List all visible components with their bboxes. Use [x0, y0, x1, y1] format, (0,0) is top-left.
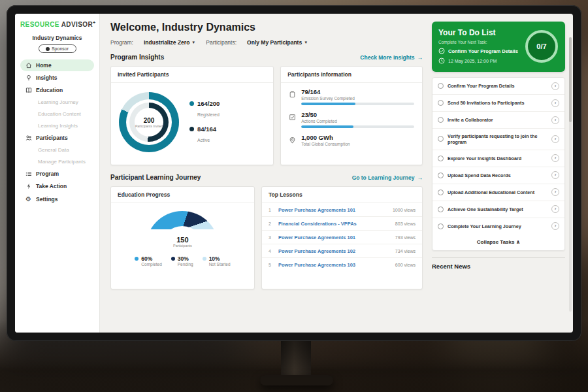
resource-advisor-dashboard: RESOURCE ADVISOR+ Industry Dynamics Spon…	[15, 14, 573, 333]
sponsor-icon	[46, 47, 50, 51]
lesson-row: 1 Power Purchase Agreements 101 1000 vie…	[262, 203, 422, 217]
chevron-right-icon[interactable]: ›	[551, 154, 559, 162]
lesson-rank: 1	[269, 208, 274, 212]
gauge-center-value: 150	[176, 237, 188, 244]
pin-icon	[289, 134, 296, 148]
lesson-link[interactable]: Power Purchase Agreements 103	[278, 262, 391, 268]
task-row-explore-insights[interactable]: Explore Your Insights Dashboard ›	[433, 150, 564, 167]
chevron-right-icon[interactable]: ›	[551, 82, 559, 90]
scrollbar[interactable]	[569, 37, 572, 312]
main-content: Welcome, Industry Dynamics Program: Indu…	[100, 14, 431, 333]
lesson-link[interactable]: Power Purchase Agreements 101	[278, 207, 388, 213]
task-row-complete-learning-journey[interactable]: Complete Your Learning Journey ›	[433, 218, 564, 235]
participants-filter-select[interactable]: Only My Participants ▼	[247, 39, 308, 46]
chevron-right-icon[interactable]: ›	[551, 222, 559, 230]
org-name: Industry Dynamics	[20, 35, 94, 41]
actions-completed-stat: 23/50 Actions Completed	[289, 111, 414, 128]
card-title: Top Lessons	[262, 187, 422, 203]
sidebar-item-education-content[interactable]: Education Content	[20, 108, 94, 120]
task-checkbox[interactable]	[438, 189, 444, 195]
program-insights-header: Program Insights Check More Insights →	[110, 54, 423, 61]
legend-pending: 30% Pending	[171, 255, 193, 267]
task-row-upload-spend-data[interactable]: Upload Spend Data Records ›	[433, 167, 564, 184]
todo-next-date: 12 May 2025, 12:00 PM	[438, 57, 519, 64]
chevron-right-icon[interactable]: ›	[551, 99, 559, 107]
lesson-link[interactable]: Power Purchase Agreements 101	[278, 235, 391, 240]
sidebar-item-label: Settings	[36, 196, 58, 203]
sidebar-item-general-data[interactable]: General Data	[20, 144, 94, 155]
legend-label: Not Started	[209, 262, 231, 267]
collapse-tasks-button[interactable]: Collapse Tasks ∧	[433, 235, 564, 250]
sidebar-item-participants[interactable]: Participants	[20, 132, 94, 144]
task-row-upload-educational-content[interactable]: Upload Additional Educational Content ›	[433, 184, 564, 201]
chevron-right-icon[interactable]: ›	[551, 188, 559, 196]
stat-label: Actions Completed	[301, 119, 414, 123]
scrollbar-thumb[interactable]	[569, 37, 572, 122]
list-icon	[25, 171, 32, 177]
task-row-confirm-program[interactable]: Confirm Your Program Details ›	[433, 78, 564, 95]
chevron-right-icon[interactable]: ›	[551, 135, 559, 143]
sidebar-item-home[interactable]: Home	[20, 59, 94, 71]
card-title: Invited Participants	[111, 67, 273, 83]
legend-label: Completed	[141, 262, 161, 267]
program-insights-cards: Invited Participants 200 Participants In…	[110, 66, 423, 165]
sidebar-item-education[interactable]: Education	[20, 84, 94, 96]
top-lessons-card: Top Lessons 1 Power Purchase Agreements …	[261, 186, 423, 289]
learning-journey-header: Participant Learning Journey Go to Learn…	[110, 174, 423, 181]
task-checkbox[interactable]	[438, 172, 444, 178]
gear-icon: ⚙	[25, 195, 32, 203]
task-label: Upload Additional Educational Content	[448, 189, 547, 195]
todo-subtitle: Complete Your Next Task:	[438, 40, 519, 44]
program-filter-select[interactable]: Industrialize Zero ▼	[144, 39, 195, 46]
gauge-legend: 60% Completed 30% Pending 10% Not Starte…	[135, 255, 230, 267]
task-checkbox[interactable]	[438, 136, 444, 142]
lesson-views: 734 views	[395, 249, 416, 253]
lesson-views: 803 views	[395, 221, 416, 226]
book-icon	[25, 87, 32, 93]
task-row-send-invitations[interactable]: Send 50 Invitations to Participants ›	[433, 95, 564, 112]
task-checkbox[interactable]	[438, 206, 444, 212]
sidebar-item-learning-insights[interactable]: Learning Insights	[20, 120, 94, 131]
legend-value: 84/164	[197, 125, 216, 133]
lightning-icon	[25, 183, 32, 189]
participants-filter-value: Only My Participants	[247, 39, 302, 46]
legend-dot	[171, 257, 175, 261]
sidebar-item-take-action[interactable]: Take Action	[20, 180, 94, 192]
brand-name-dark: ADVISOR	[61, 21, 93, 28]
sidebar-item-learning-journey[interactable]: Learning Journey	[20, 97, 94, 108]
task-checkbox[interactable]	[438, 83, 444, 89]
task-checkbox[interactable]	[438, 117, 444, 123]
task-row-invite-collaborator[interactable]: Invite a Collaborator ›	[433, 112, 564, 129]
sponsor-badge[interactable]: Sponsor	[39, 44, 76, 53]
task-checkbox[interactable]	[438, 223, 444, 229]
check-more-insights-link[interactable]: Check More Insights →	[360, 54, 423, 61]
sidebar-item-insights[interactable]: Insights	[20, 72, 94, 84]
task-label: Complete Your Learning Journey	[448, 223, 547, 229]
sidebar-item-label: Take Action	[36, 183, 67, 189]
sidebar-item-settings[interactable]: ⚙ Settings	[20, 193, 94, 205]
task-checkbox[interactable]	[438, 155, 444, 161]
go-to-learning-journey-link[interactable]: Go to Learning Journey →	[352, 174, 423, 181]
lesson-rank: 4	[269, 249, 274, 253]
donut-inner-ring: 200 Participants Invited	[129, 103, 169, 142]
chevron-right-icon[interactable]: ›	[551, 116, 559, 124]
chevron-right-icon[interactable]: ›	[551, 205, 559, 213]
task-label: Invite a Collaborator	[448, 117, 547, 123]
legend-value: 30%	[178, 255, 189, 262]
check-circle-icon	[438, 48, 445, 54]
stat-value: 23/50	[301, 111, 414, 118]
task-row-verify-participants[interactable]: Verify participants requesting to join t…	[433, 129, 564, 150]
chevron-right-icon[interactable]: ›	[551, 171, 559, 179]
lesson-link[interactable]: Financial Considerations - VPPAs	[278, 221, 391, 227]
sidebar-item-program[interactable]: Program	[20, 168, 94, 180]
task-checkbox[interactable]	[438, 100, 444, 106]
todo-next-task[interactable]: Confirm Your Program Details	[438, 48, 519, 54]
lesson-link[interactable]: Power Purchase Agreements 102	[278, 248, 391, 254]
section-title: Participant Learning Journey	[110, 174, 201, 181]
arrow-right-icon: →	[417, 174, 423, 181]
home-icon	[25, 62, 32, 69]
task-label: Verify participants requesting to join t…	[448, 133, 547, 146]
todo-panel: Your To Do List Complete Your Next Task:…	[431, 14, 573, 333]
sidebar-item-manage-participants[interactable]: Manage Participants	[20, 156, 94, 167]
task-row-achieve-target[interactable]: Achieve One Sustainability Target ›	[433, 201, 564, 218]
